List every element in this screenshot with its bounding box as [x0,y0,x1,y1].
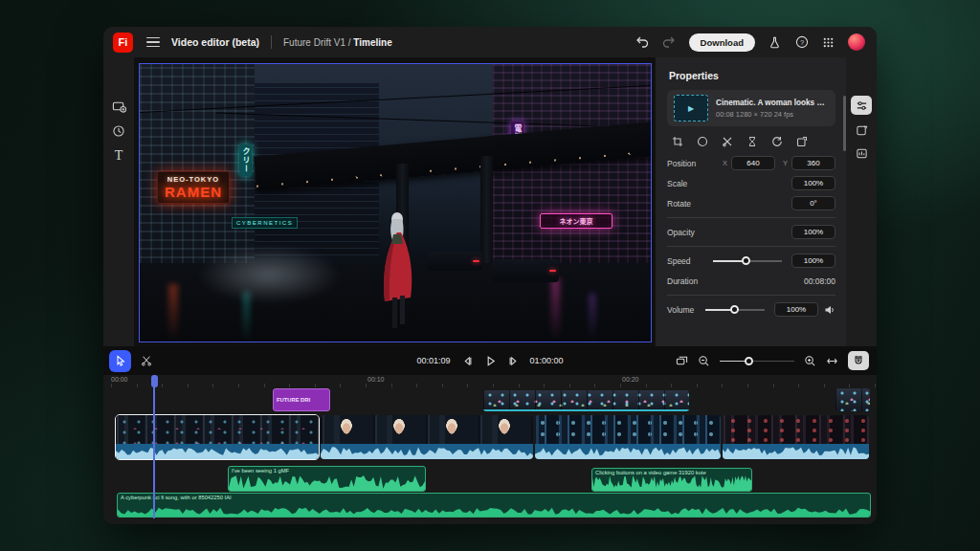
snap-magnet-button[interactable] [848,351,869,370]
video-clip-2[interactable] [321,415,533,459]
help-icon[interactable]: ? [794,35,809,50]
volume-field[interactable]: 100% [774,302,818,317]
topbar-divider [271,35,272,49]
cyberpunk-scene: クリー 電脳 NEO-TOKYO RAMEN CYBERNETICS ネオン東京 [140,64,651,342]
duration-label: Duration [667,276,804,286]
duration-row: Duration 00:08:00 [656,271,847,291]
video-preview[interactable]: クリー 電脳 NEO-TOKYO RAMEN CYBERNETICS ネオン東京 [139,63,652,342]
beaker-icon[interactable] [768,35,782,50]
rotate-field[interactable]: 0° [791,196,835,210]
playhead-line[interactable] [153,375,155,518]
duration-value: 00:08:00 [804,276,835,286]
volume-row: Volume 100% [656,299,847,320]
speed-label: Speed [667,256,713,266]
mask-icon[interactable] [696,135,708,147]
breadcrumb[interactable]: Future Drift V1 / Timeline [283,37,392,48]
fit-timeline-icon[interactable] [826,355,838,367]
overlay-video-clip-2[interactable] [835,388,870,411]
user-avatar[interactable] [848,33,865,51]
position-y-label: Y [783,159,788,167]
export-frame-icon[interactable] [795,135,808,147]
opacity-field[interactable]: 100% [791,225,835,239]
desktop-background: Fi Video editor (beta) Future Drift V1 /… [0,0,980,551]
panel-divider [667,246,835,247]
zoom-in-icon[interactable] [804,355,816,367]
title-clip[interactable]: FUTURE DRI [273,388,330,411]
firefly-logo[interactable]: Fi [113,33,133,53]
ramen-sign-line2: RAMEN [158,184,229,203]
speech-audio-clip-2[interactable]: Clicking buttons on a video game 31920 k… [591,468,752,492]
cut-tool-button[interactable] [135,350,157,372]
ruler-tick: 00:20 [622,376,639,383]
rotate-row: Rotate 0° [656,193,847,213]
apps-grid-icon[interactable] [821,35,835,50]
undo-icon[interactable] [635,35,650,50]
video-clip-3[interactable] [535,415,721,459]
crop-icon[interactable] [671,135,683,147]
scale-field[interactable]: 100% [791,176,835,190]
clip-metadata: 00:08 1280 × 720 24 fps [716,110,829,119]
ramen-sign: NEO-TOKYO RAMEN [157,171,230,204]
zoom-out-icon[interactable] [698,355,710,367]
properties-panel-toggle[interactable] [851,96,872,115]
right-toolbar [846,57,877,346]
clip-thumbnails [723,415,869,444]
menu-icon[interactable] [146,37,160,48]
street-reflection [590,294,595,342]
properties-panel: Properties ▶ Cinematic. A woman looks a.… [655,57,847,346]
timeline-zoom-slider[interactable] [720,356,794,365]
video-clip-1-selected[interactable] [116,415,319,459]
effects-panel-icon[interactable] [851,121,872,140]
split-icon[interactable] [721,135,733,147]
select-tool-button[interactable] [109,350,131,372]
frame-forward-icon[interactable] [507,355,520,367]
clip-tools-row [656,126,847,153]
app-title: Video editor (beta) [171,36,259,48]
music-audio-clip[interactable]: A cyberpunk sci fi song, with or 8504225… [117,493,871,518]
neon-sign-teal: クリー [239,144,252,176]
parked-car [427,252,482,271]
panel-divider [667,217,835,218]
position-label: Position [667,159,715,168]
scale-row: Scale 100% [656,173,847,193]
history-clock-icon[interactable] [110,122,127,140]
top-bar: Fi Video editor (beta) Future Drift V1 /… [103,27,877,57]
track-view-icon[interactable] [676,355,688,367]
keyframes-panel-icon[interactable] [851,143,872,163]
breadcrumb-project[interactable]: Future Drift V1 [283,37,345,48]
scale-label: Scale [667,179,791,188]
play-button[interactable] [484,355,497,367]
ramen-sign-line1: NEO-TOKYO [158,172,229,184]
opacity-label: Opacity [667,228,791,237]
properties-title: Properties [656,57,847,90]
position-x-field[interactable]: 640 [731,156,775,170]
download-button[interactable]: Download [689,33,755,52]
timeline[interactable]: 00:00 00:10 00:20 FUTURE DRI [103,375,877,524]
speed-field[interactable]: 100% [791,253,835,268]
overlay-video-clip[interactable] [483,390,689,411]
playhead-handle[interactable] [151,375,158,387]
redo-icon[interactable] [662,35,677,50]
ruler-tick: 00:00 [111,376,128,383]
speed-slider[interactable] [713,256,782,266]
text-tool-icon[interactable]: T [110,147,127,165]
breadcrumb-page: Timeline [353,37,391,48]
timeline-ruler[interactable]: 00:00 00:10 00:20 [103,375,877,387]
frame-back-icon[interactable] [461,355,474,367]
volume-slider[interactable] [705,305,765,315]
clip-title: Cinematic. A woman looks a... vflgenvid [716,99,829,107]
speech-clip-1-label: I've been seeing 1 gMF [232,468,289,474]
selected-clip-card[interactable]: ▶ Cinematic. A woman looks a... vflgenvi… [667,90,835,126]
position-y-field[interactable]: 360 [791,156,835,170]
opacity-row: Opacity 100% [656,222,847,242]
svg-text:?: ? [799,38,803,47]
steam-fog [197,246,341,303]
woman-red-cape [372,209,422,332]
speech-audio-clip-1[interactable]: I've been seeing 1 gMF [228,466,426,492]
rotate-label: Rotate [667,199,791,209]
loop-icon[interactable] [770,135,783,147]
timer-icon[interactable] [746,135,758,147]
video-clip-4[interactable] [723,415,869,459]
media-panel-icon[interactable] [110,98,127,115]
speaker-icon[interactable] [824,304,835,316]
